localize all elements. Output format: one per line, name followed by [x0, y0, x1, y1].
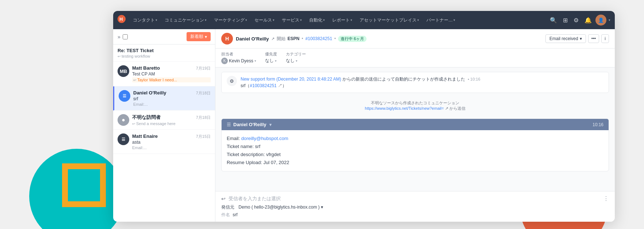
- email-received-btn[interactable]: Email received ▾: [545, 34, 586, 43]
- subject-value: srf: [233, 212, 237, 217]
- reply-more-btn[interactable]: ⋮: [603, 195, 609, 202]
- nav-contacts[interactable]: コンタクト▾: [130, 16, 160, 25]
- messages-area[interactable]: ⚙ New support form (December 20, 2021 8:…: [215, 67, 615, 191]
- reply-recipients-input[interactable]: 受信者を入力または選択: [229, 195, 600, 202]
- conv-date: 7月15日: [196, 134, 211, 139]
- resume-row: Resume Upload: Jul 07, 2022: [227, 159, 603, 167]
- assignee-avatar: K: [221, 58, 228, 64]
- more-options-btn[interactable]: •••: [588, 34, 599, 43]
- conv-info-matt-enaire: Matt Enaire 7月15日 asta Email:...: [132, 133, 211, 150]
- nav-reports[interactable]: レポート▾: [329, 16, 355, 25]
- conv-preview-highlight: ↩ Taylor Walker I need...: [132, 77, 211, 82]
- email-value[interactable]: doreilly@hubspot.com: [241, 136, 288, 141]
- chevron-down-icon: ▾: [580, 36, 582, 41]
- link-icon: ↗: [445, 106, 448, 110]
- category-value[interactable]: なし ▾: [286, 58, 306, 64]
- ticket-dot2: •: [334, 36, 336, 41]
- priority-value[interactable]: なし ▾: [265, 58, 277, 64]
- conv-subject: Re: TEST Ticket: [118, 48, 211, 53]
- conv-preview: ↩ testing workflow: [118, 54, 211, 58]
- email-card-body: Email: doreilly@hubspot.com Ticket name:…: [222, 130, 609, 171]
- expand-icon[interactable]: ▼: [269, 123, 273, 127]
- conv-name: Matt Baretto: [132, 65, 160, 71]
- grid-icon[interactable]: ⊞: [561, 15, 570, 25]
- chevron-icon: ▾: [321, 205, 323, 210]
- nav-sales[interactable]: セールス▾: [252, 16, 277, 25]
- nav-communication[interactable]: コミュニケーション▾: [162, 16, 210, 25]
- srf-label: srf（: [241, 83, 250, 88]
- nav-marketing[interactable]: マーケティング▾: [211, 16, 250, 25]
- reply-from-row: 発信元 Demo ( hello-23@biglytics.hs-inbox.c…: [221, 204, 609, 210]
- conv-subject: asta: [132, 140, 211, 145]
- email-card-header: ☰ Daniel O'Reilly ▼ 10:16: [222, 119, 609, 130]
- ticket-id[interactable]: #1003824251: [305, 36, 332, 41]
- ticket-name-value: srf: [255, 144, 260, 149]
- conv-name: Daniel O'Reilly: [133, 90, 166, 96]
- avatar-unknown: ●: [118, 114, 129, 126]
- reply-from-value[interactable]: Demo ( hello-23@biglytics.hs-inbox.com )…: [238, 205, 323, 210]
- ticket-header-actions: Email received ▾ ••• i: [545, 34, 609, 43]
- conv-item-daniel-oreilly[interactable]: ☰ Daniel O'Reilly 7月18日 srf Email:...: [113, 86, 215, 110]
- hubspot-logo[interactable]: H: [118, 15, 126, 25]
- ticket-source: ESPN: [288, 36, 300, 41]
- nav-service[interactable]: サービス▾: [279, 16, 305, 25]
- conv-preview: ↩ Send a message here: [132, 121, 211, 126]
- category-field: カテゴリー なし ▾: [286, 51, 306, 64]
- ticket-desc-value: vfrgdet: [266, 152, 281, 157]
- conv-item-matt-enaire[interactable]: ☰ Matt Enaire 7月15日 asta Email:...: [113, 130, 215, 154]
- compose-btn[interactable]: 新着順 ▾: [187, 32, 211, 41]
- category-chevron: ▾: [296, 59, 298, 63]
- avatar-chevron: ▾: [609, 18, 610, 22]
- conv-date: 7月18日: [196, 90, 211, 96]
- conv-item-matt-baretto[interactable]: MB Matt Baretto 7月19日 Test CP AM ↩ Taylo…: [113, 62, 215, 86]
- ticket-header: H Daniel O'Reilly ↗ 開始 ESPN • #100382425…: [215, 29, 615, 48]
- assignee-label: 担当者: [221, 51, 256, 57]
- conv-info-matt-baretto: Matt Baretto 7月19日 Test CP AM ↩ Taylor W…: [132, 65, 211, 82]
- conv-name: Matt Enaire: [132, 133, 158, 139]
- category-label: カテゴリー: [286, 51, 306, 57]
- arrow-icon: ↗）: [277, 83, 287, 88]
- conv-date: 7月18日: [196, 115, 211, 120]
- email-label: Email:: [227, 136, 240, 141]
- biglytics-link[interactable]: https://www.biglytics.net/Tickets/new?em…: [365, 106, 444, 110]
- conv-item-re-test[interactable]: Re: TEST Ticket ↩ testing workflow: [113, 44, 215, 62]
- expand-sidebar-btn[interactable]: »: [118, 34, 120, 40]
- nav-automation[interactable]: 自動化▾: [306, 16, 328, 25]
- auto-time: • 10:16: [468, 77, 480, 81]
- assignee-value[interactable]: K Kevin Dyess ▾: [221, 58, 256, 64]
- nav-assets[interactable]: アセットマーケットプレイス▾: [357, 16, 422, 25]
- app-window: H コンタクト▾ コミュニケーション▾ マーケティング▾ セールス▾ サービス▾…: [113, 11, 615, 222]
- ticket-name-row: Ticket name: srf: [227, 143, 603, 151]
- conversation-list: Re: TEST Ticket ↩ testing workflow MB Ma…: [113, 44, 215, 222]
- ticket-logo: H: [221, 33, 233, 44]
- conv-preview: Email:...: [133, 102, 211, 106]
- bell-icon[interactable]: 🔔: [582, 15, 594, 25]
- reply-icon: ↩: [133, 78, 136, 82]
- select-all-checkbox[interactable]: [123, 34, 128, 39]
- search-icon[interactable]: 🔍: [548, 15, 559, 25]
- auto-text: New support form (December 20, 2021 8:48…: [241, 76, 603, 89]
- reply-area: ↩ 受信者を入力または選択 ⋮ 発信元 Demo ( hello-23@bigl…: [215, 191, 615, 222]
- email-row: Email: doreilly@hubspot.com: [227, 135, 603, 143]
- subject-label: 件名: [221, 212, 230, 217]
- nav-partner[interactable]: パートナー…▾: [423, 16, 458, 25]
- external-link-icon[interactable]: ↗: [271, 36, 275, 41]
- reply-icon: ↩: [132, 122, 135, 126]
- user-avatar[interactable]: 👤: [595, 15, 606, 26]
- ticket-source-label: 開始: [277, 36, 285, 42]
- resume-label: Resume Upload:: [227, 160, 262, 165]
- auto-message: ⚙ New support form (December 20, 2021 8:…: [221, 72, 609, 93]
- ticket-name-label: Ticket name:: [227, 144, 254, 149]
- resume-value: Jul 07, 2022: [263, 160, 289, 165]
- info-btn[interactable]: i: [601, 34, 609, 43]
- email-card-sender: Daniel O'Reilly ▼: [233, 122, 590, 127]
- main-content: » 新着順 ▾ Re: TEST Ticket ↩ testing workfl…: [113, 29, 615, 222]
- settings-icon[interactable]: ⚙: [571, 15, 581, 25]
- conv-item-unknown-visitor[interactable]: ● 不明な訪問者 7月18日 ↩ Send a message here: [113, 110, 215, 130]
- assignee-chevron: ▾: [254, 59, 256, 63]
- avatar-daniel-oreilly: ☰: [119, 90, 130, 102]
- assignee-field: 担当者 K Kevin Dyess ▾: [221, 51, 256, 64]
- new-support-form-link[interactable]: New support form (December 20, 2021 8:48…: [241, 77, 341, 82]
- ticket-id-link[interactable]: #1003824251: [250, 83, 276, 88]
- avatar-matt-baretto: MB: [118, 65, 129, 77]
